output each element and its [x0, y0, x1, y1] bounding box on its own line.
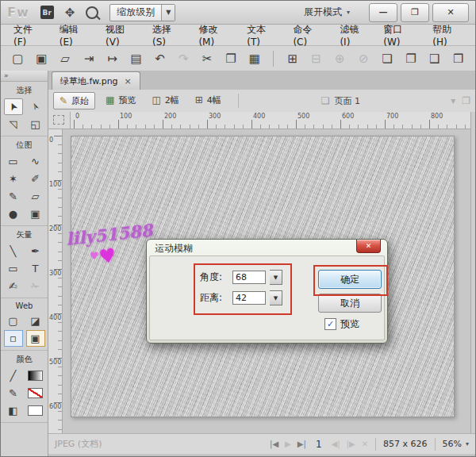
distance-input[interactable] — [232, 291, 266, 305]
stroke-color-tool[interactable]: ✎ — [4, 385, 23, 401]
tab-close-icon[interactable]: × — [125, 76, 132, 86]
rubber-stamp-tool[interactable]: ▣ — [26, 205, 45, 222]
copy-button[interactable]: ❐ — [222, 49, 240, 67]
send-to-back-button[interactable]: ❒ — [449, 49, 467, 67]
dialog-title: 运动模糊 — [155, 242, 193, 255]
open-button[interactable]: ▱ — [56, 49, 75, 67]
first-page-button[interactable]: |◀ — [270, 440, 278, 448]
union-button: ⊕ — [331, 49, 349, 67]
last-page-button[interactable]: ▶| — [298, 440, 306, 448]
export-button[interactable]: ↦ — [103, 49, 121, 67]
menu-item-2[interactable]: 视图(V) — [98, 21, 143, 50]
stroke-none-swatch[interactable] — [26, 385, 45, 401]
view-tab-2up[interactable]: ◫2幅 — [146, 92, 184, 108]
eraser-tool[interactable]: ▱ — [26, 188, 45, 205]
menu-item-4[interactable]: 修改(M) — [190, 21, 237, 50]
cut-button[interactable]: ✂ — [198, 49, 217, 67]
marquee-tool[interactable]: ▭ — [4, 153, 23, 170]
undo-button[interactable]: ↶ — [151, 49, 169, 67]
distance-spinner[interactable]: ▼ — [270, 290, 282, 305]
brush-tool[interactable]: ✐ — [26, 171, 45, 187]
menu-item-8[interactable]: 窗口(W) — [375, 21, 423, 50]
pen-tool-icon: ✒ — [31, 245, 40, 257]
crop-tool[interactable]: ◱ — [26, 116, 45, 132]
minimize-button[interactable]: — — [369, 3, 397, 22]
view-tab-original[interactable]: ✎原始 — [53, 92, 95, 109]
panel-collapse-button[interactable]: » — [1, 71, 48, 82]
view-tab-preview[interactable]: ▦预览 — [100, 92, 141, 108]
bring-forward-button[interactable]: ❐ — [402, 49, 420, 67]
eyedropper-tool[interactable]: ╱ — [4, 367, 23, 384]
document-tab[interactable]: 绿草地.fw.png × — [52, 71, 140, 90]
page-indicator[interactable]: ❏ 页面 1 — [321, 95, 360, 107]
dialog-body: 角度: ▼ 距离: ▼ 确定 取消 ✓ 预览 — [149, 255, 385, 340]
master-page-icon[interactable]: ❐ — [462, 95, 470, 106]
rectangle-tool[interactable]: ▭ — [4, 260, 23, 277]
distance-field-row: 距离: ▼ — [200, 290, 282, 305]
menu-item-1[interactable]: 编辑(E) — [52, 21, 96, 50]
ruler-tick-label: 300 — [49, 270, 61, 277]
group-button[interactable]: ⊞ — [283, 49, 301, 67]
pointer-tool[interactable]: ➤ — [4, 98, 23, 115]
vertical-ruler: 0100200300400500600 — [48, 129, 63, 433]
knife-tool[interactable]: ✁ — [26, 278, 45, 294]
hide-slices-button[interactable]: ▫ — [4, 330, 23, 347]
pen-tool[interactable]: ✒ — [26, 243, 45, 259]
zoom-level-select[interactable]: 缩放级别 ▼ — [109, 4, 175, 21]
freeform-tool[interactable]: ✍ — [4, 278, 23, 294]
magic-wand-tool[interactable]: ✶ — [4, 171, 23, 187]
dialog-close-button[interactable]: ✕ — [356, 240, 381, 253]
close-button[interactable]: ✕ — [432, 3, 469, 22]
lasso-tool[interactable]: ∿ — [26, 153, 45, 170]
hotspot-tool[interactable]: ▢ — [4, 313, 23, 329]
hand-tool-icon[interactable]: ✥ — [65, 6, 75, 20]
page-dropdown-icon[interactable]: ▾ — [451, 95, 455, 106]
cancel-button[interactable]: 取消 — [318, 294, 382, 313]
print-button[interactable]: ▤ — [127, 49, 145, 67]
preview-checkbox[interactable]: ✓ — [324, 318, 336, 330]
angle-spinner[interactable]: ▼ — [270, 270, 282, 285]
menu-item-3[interactable]: 选择(S) — [144, 21, 189, 50]
show-slices-button[interactable]: ▣ — [26, 330, 45, 347]
gradient-swatch[interactable] — [26, 367, 45, 384]
bring-to-front-button[interactable]: ❏ — [378, 49, 397, 67]
document-tab-bar: 绿草地.fw.png × — [48, 71, 475, 90]
menu-item-7[interactable]: 滤镜(I) — [332, 21, 374, 50]
ruler-origin-box[interactable] — [48, 112, 71, 129]
fill-color-tool[interactable]: ◧ — [4, 402, 23, 419]
import-button[interactable]: ⇥ — [80, 49, 98, 67]
canvas-size-label: 857 x 626 — [383, 439, 428, 449]
expand-mode-select[interactable]: 展开模式 ▾ — [304, 6, 350, 19]
zoom-select[interactable]: 56% ▾ — [443, 439, 469, 449]
paste-button[interactable]: ▦ — [245, 49, 263, 67]
tools-section: 位图▭∿✶✐✎▱●▣ — [1, 136, 48, 226]
view-tab-4up[interactable]: ⊞4幅 — [190, 92, 227, 108]
zoom-dropdown-icon[interactable]: ▾ — [466, 440, 469, 447]
menu-item-6[interactable]: 命令(C) — [285, 21, 330, 50]
punch-button: ⊘ — [355, 49, 373, 67]
scale-tool[interactable]: ◹ — [4, 116, 23, 132]
dropdown-icon[interactable]: ▼ — [161, 5, 175, 21]
menu-item-5[interactable]: 文本(T) — [239, 21, 283, 50]
line-tool[interactable]: ╲ — [4, 243, 23, 259]
ok-button[interactable]: 确定 — [318, 270, 382, 289]
vertical-scrollbar[interactable] — [470, 112, 476, 433]
fill-white-swatch[interactable] — [26, 402, 45, 419]
blur-tool[interactable]: ● — [4, 205, 23, 222]
status-bar: JPEG (文档) |◀▶▶| 1 ◀||▶✕ 857 x 626 56% ▾ — [48, 433, 475, 454]
menu-item-9[interactable]: 帮助(H) — [424, 21, 470, 50]
zoom-icon[interactable] — [86, 6, 98, 19]
pencil-tool[interactable]: ✎ — [4, 188, 23, 205]
pointer-tool-icon: ➤ — [6, 100, 20, 113]
slice-tool[interactable]: ◪ — [26, 313, 45, 329]
bridge-icon[interactable]: Br — [40, 6, 54, 19]
send-backward-button[interactable]: ❑ — [425, 49, 443, 67]
subselection-tool[interactable]: ➢ — [26, 98, 45, 115]
text-tool[interactable]: T — [26, 260, 45, 277]
angle-input[interactable] — [232, 271, 266, 284]
save-button[interactable]: ▣ — [33, 49, 51, 67]
new-document-button[interactable]: ▢ — [9, 49, 27, 67]
maximize-button[interactable]: ❐ — [401, 3, 429, 22]
menu-item-0[interactable]: 文件(F) — [6, 21, 50, 50]
ruler-tick-label: 300 — [209, 113, 221, 120]
